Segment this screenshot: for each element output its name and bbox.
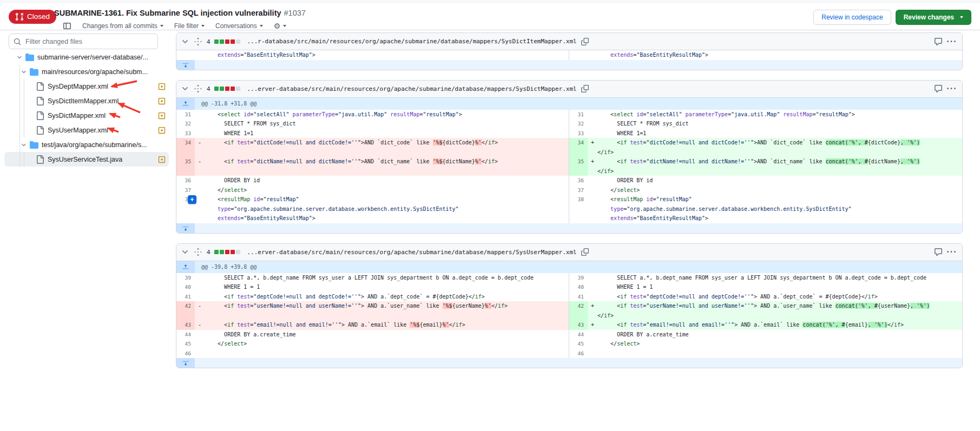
code-cell: <select id="selectAll" parameterType="ja… xyxy=(205,110,569,120)
diff-body: extends="BaseEntityResultMap"> extends="… xyxy=(176,50,962,60)
copy-path-button[interactable] xyxy=(581,248,589,256)
line-number[interactable]: 32 xyxy=(176,119,195,129)
file-path-link[interactable]: ...erver-database/src/main/resources/org… xyxy=(247,249,576,256)
code-cell: </select> xyxy=(205,185,569,195)
line-number[interactable]: 33 xyxy=(569,129,588,138)
line-number[interactable]: 35 xyxy=(176,157,195,176)
file-path-link[interactable]: ...erver-database/src/main/resources/org… xyxy=(247,85,576,92)
expand-up-button[interactable] xyxy=(176,98,195,110)
diff-left-ctx: 36 ORDER BY id xyxy=(176,176,569,185)
line-number[interactable]: 39 xyxy=(569,273,588,283)
tree-folder-submarine-server-server-database[interactable]: submarine-server/server-database/... xyxy=(4,50,169,64)
tree-label: SysUserServiceTest.java xyxy=(48,156,122,163)
line-number[interactable]: 45 xyxy=(176,339,195,349)
line-number[interactable]: 45 xyxy=(569,339,588,349)
code-cell: SELECT * FROM sys_dict xyxy=(597,119,962,129)
tree-file-sysusermapper-xml[interactable]: SysUserMapper.xml xyxy=(4,123,169,137)
review-in-codespace-button[interactable]: Review in codespace xyxy=(813,10,891,25)
code-line: extends="BaseEntityResultMap"> xyxy=(597,214,962,223)
file-menu-button[interactable] xyxy=(947,248,956,256)
collapse-file-button[interactable] xyxy=(181,84,189,93)
line-number[interactable]: 44 xyxy=(176,330,195,340)
changes-count: 4 xyxy=(207,85,210,92)
line-number[interactable]: 33 xyxy=(176,129,195,138)
line-number[interactable]: 41 xyxy=(176,292,195,302)
comment-button[interactable] xyxy=(934,37,943,46)
diff-right-ctx: 33 WHERE 1=1 xyxy=(569,129,962,138)
code-line: <resultMap id="resultMap" xyxy=(597,195,962,204)
diff-row: 34- <if test="dictCode!=null and dictCod… xyxy=(176,138,962,157)
expand-diff-button[interactable] xyxy=(176,358,962,368)
diff-left-del: 43- <if test="email!=null and email!=''"… xyxy=(176,320,569,330)
line-number[interactable]: 34 xyxy=(176,138,195,157)
line-number[interactable]: 40 xyxy=(176,282,195,292)
line-number[interactable]: 31 xyxy=(569,110,588,120)
line-number[interactable] xyxy=(176,50,195,60)
code-line: </if> xyxy=(597,167,962,176)
expand-up-button[interactable] xyxy=(176,261,195,273)
diff-row: 37 </select>37 </select> xyxy=(176,185,962,195)
line-number[interactable]: 31 xyxy=(176,110,195,120)
line-number[interactable]: 36 xyxy=(569,176,588,185)
tree-folder-main-resources-org-apache-subm[interactable]: main/resources/org/apache/subm... xyxy=(4,64,169,79)
changes-from-dropdown[interactable]: Changes from all commits xyxy=(82,22,163,30)
pr-title: SUBMARINE-1361. Fix Submarine SQL inject… xyxy=(54,9,306,17)
diff-sign xyxy=(588,50,597,60)
drag-handle-icon[interactable] xyxy=(194,84,202,93)
line-number[interactable]: 37 xyxy=(176,185,195,195)
diff-left-ctx: 41 <if test="deptCode!=null and deptCode… xyxy=(176,292,569,302)
drag-handle-icon[interactable] xyxy=(194,248,202,256)
diff-settings-dropdown[interactable]: ⚙ xyxy=(274,22,287,30)
expand-diff-button[interactable] xyxy=(176,60,962,70)
review-changes-button[interactable]: Review changes xyxy=(896,10,971,25)
diff-row: 39 SELECT a.*, b.dept_name FROM sys_user… xyxy=(176,273,962,283)
filter-changed-files-input[interactable] xyxy=(24,37,153,46)
code-cell: WHERE 1=1 xyxy=(597,129,962,138)
line-number[interactable]: 43 xyxy=(176,320,195,330)
tree-file-sysuserservicetest-java[interactable]: SysUserServiceTest.java xyxy=(4,152,169,167)
line-number[interactable]: 37 xyxy=(569,185,588,195)
line-number[interactable]: 39 xyxy=(176,273,195,283)
line-number[interactable]: 42 xyxy=(569,301,588,320)
line-number[interactable]: 46 xyxy=(569,349,588,359)
code-line: <if test="dictCode!=null and dictCode!='… xyxy=(597,138,962,148)
line-number[interactable]: 34 xyxy=(569,138,588,157)
code-cell: <if test="dictName!=null and dictName!='… xyxy=(205,157,569,176)
tree-file-sysdictmapper-xml[interactable]: SysDictMapper.xml xyxy=(4,108,169,123)
pr-status-badge: Closed xyxy=(9,10,56,24)
line-number[interactable]: 43 xyxy=(569,320,588,330)
line-number[interactable]: 46 xyxy=(176,349,195,359)
add-line-comment-button[interactable]: + xyxy=(188,195,196,204)
sidebar-toggle-icon[interactable] xyxy=(63,22,71,30)
line-number[interactable]: 40 xyxy=(569,282,588,292)
collapse-file-button[interactable] xyxy=(181,37,189,46)
diff-sign xyxy=(588,119,597,129)
pr-closed-icon xyxy=(15,12,24,21)
folder-icon xyxy=(30,68,38,76)
comment-button[interactable] xyxy=(934,84,943,93)
line-number[interactable]: 41 xyxy=(569,292,588,302)
tree-folder-test-java-org-apache-submarine-s[interactable]: test/java/org/apache/submarine/s... xyxy=(4,137,169,152)
line-number[interactable]: 32 xyxy=(569,119,588,129)
tree-file-sysdictitemmapper-xml[interactable]: SysDictItemMapper.xml xyxy=(4,94,169,108)
code-line: </if> xyxy=(597,311,962,321)
line-number[interactable] xyxy=(569,50,588,60)
conversations-dropdown[interactable]: Conversations xyxy=(215,22,263,30)
line-number[interactable]: 42 xyxy=(176,301,195,320)
copy-path-button[interactable] xyxy=(581,38,589,45)
tree-file-sysdeptmapper-xml[interactable]: SysDeptMapper.xml xyxy=(4,79,169,94)
file-filter-dropdown[interactable]: File filter xyxy=(174,22,205,30)
line-number[interactable]: 38 xyxy=(569,195,588,223)
copy-path-button[interactable] xyxy=(581,85,589,92)
file-menu-button[interactable] xyxy=(947,37,956,46)
line-number[interactable]: 36 xyxy=(176,176,195,185)
line-number[interactable]: 44 xyxy=(569,330,588,340)
drag-handle-icon[interactable] xyxy=(194,37,202,46)
line-number[interactable]: 35 xyxy=(569,157,588,176)
file-menu-button[interactable] xyxy=(947,84,956,93)
search-icon xyxy=(14,38,21,45)
expand-diff-button[interactable] xyxy=(176,223,962,233)
collapse-file-button[interactable] xyxy=(181,248,189,256)
comment-button[interactable] xyxy=(934,248,943,256)
file-path-link[interactable]: ...r-database/src/main/resources/org/apa… xyxy=(247,38,576,45)
